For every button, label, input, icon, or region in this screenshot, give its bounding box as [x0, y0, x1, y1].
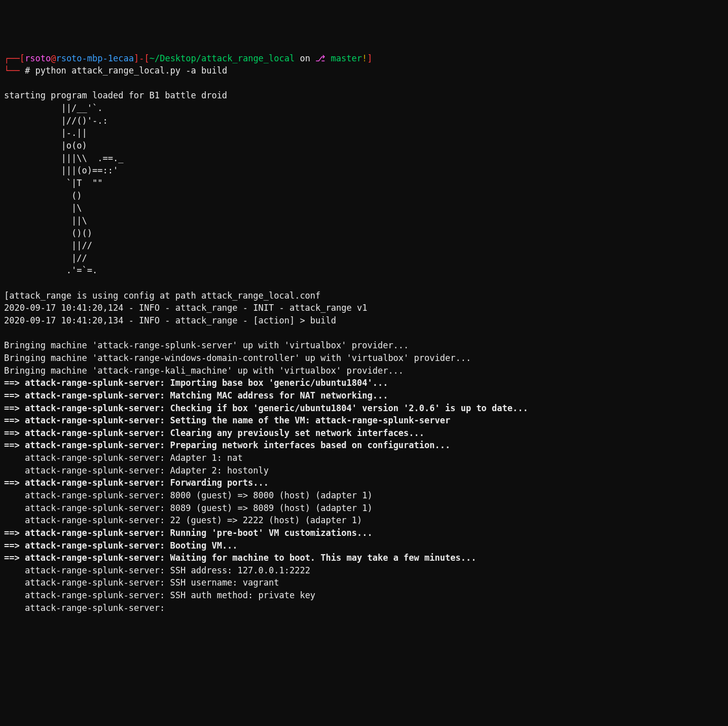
- vagrant-status-line: attack-range-splunk-server: Clearing any…: [25, 428, 424, 438]
- ascii-art-line: ||//: [4, 240, 92, 250]
- log-line: 2020-09-17 10:41:20,124 - INFO - attack_…: [4, 303, 367, 313]
- vagrant-status-line: attack-range-splunk-server: Setting the …: [25, 415, 450, 425]
- git-branch: master: [325, 53, 362, 63]
- vagrant-arrow: ==>: [4, 440, 25, 450]
- vagrant-detail-line: [4, 577, 25, 588]
- vagrant-detail-text: attack-range-splunk-server: Adapter 2: h…: [25, 465, 269, 476]
- vagrant-status-line: attack-range-splunk-server: Forwarding p…: [25, 478, 269, 488]
- log-line: 2020-09-17 10:41:20,134 - INFO - attack_…: [4, 315, 336, 325]
- ascii-art-line: ||/__'`.: [4, 103, 102, 113]
- vagrant-status-line: attack-range-splunk-server: Importing ba…: [25, 378, 388, 388]
- vagrant-status-line: attack-range-splunk-server: Running 'pre…: [25, 528, 373, 538]
- ascii-art-line: `|T "": [4, 178, 102, 188]
- vagrant-detail-text: attack-range-splunk-server: SSH auth met…: [25, 590, 315, 600]
- log-line: Bringing machine 'attack-range-splunk-se…: [4, 340, 409, 350]
- ascii-art-line: ()(): [4, 228, 92, 238]
- vagrant-detail-text: attack-range-splunk-server: SSH address:…: [25, 565, 310, 575]
- prompt-path: ~/Desktop/attack_range_local: [150, 53, 295, 63]
- prompt-host: rsoto-mbp-1ecaa: [56, 53, 134, 63]
- vagrant-status-line: attack-range-splunk-server: Preparing ne…: [25, 440, 450, 450]
- vagrant-arrow: ==>: [4, 528, 25, 538]
- prompt-hash: #: [20, 65, 35, 76]
- vagrant-detail-line: [4, 590, 25, 600]
- prompt-bracket: ]: [367, 53, 372, 63]
- prompt-bracket: [: [144, 53, 149, 63]
- ascii-art-line: |o(o): [4, 140, 87, 151]
- vagrant-detail-line: [4, 503, 25, 513]
- ascii-art-line: |||(o)==::': [4, 165, 118, 175]
- vagrant-arrow: ==>: [4, 553, 25, 563]
- prompt-user: rsoto: [25, 53, 51, 63]
- git-branch-icon: ⎇: [315, 53, 325, 63]
- git-dirty-icon: !: [362, 53, 367, 63]
- vagrant-arrow: ==>: [4, 428, 25, 438]
- log-line: Bringing machine 'attack-range-windows-d…: [4, 353, 471, 363]
- ascii-art-line: |\: [4, 203, 82, 213]
- vagrant-status-line: attack-range-splunk-server: Waiting for …: [25, 553, 476, 563]
- vagrant-detail-text: attack-range-splunk-server: 8089 (guest)…: [25, 503, 373, 513]
- vagrant-detail-text: attack-range-splunk-server:: [25, 603, 170, 613]
- vagrant-detail-text: attack-range-splunk-server: SSH username…: [25, 577, 279, 588]
- terminal-output: ┌──[rsoto@rsoto-mbp-1ecaa]-[~/Desktop/at…: [4, 52, 724, 614]
- prompt-sep: -: [139, 53, 144, 63]
- vagrant-detail-line: [4, 515, 25, 525]
- vagrant-detail-line: [4, 453, 25, 463]
- vagrant-detail-text: attack-range-splunk-server: 22 (guest) =…: [25, 515, 362, 525]
- ascii-art-line: ||\: [4, 215, 87, 226]
- vagrant-arrow: ==>: [4, 478, 25, 488]
- ascii-art-line: |||\\ .==._: [4, 153, 123, 163]
- prompt-at: @: [51, 53, 56, 63]
- vagrant-arrow: ==>: [4, 403, 25, 413]
- vagrant-status-line: attack-range-splunk-server: Checking if …: [25, 403, 528, 413]
- prompt-corner-bottom: └──: [4, 65, 20, 76]
- ascii-art-line: |//()'-.:: [4, 116, 108, 126]
- prompt-bracket: ]: [134, 53, 139, 63]
- vagrant-detail-line: [4, 603, 25, 613]
- vagrant-arrow: ==>: [4, 390, 25, 401]
- vagrant-arrow: ==>: [4, 378, 25, 388]
- prompt-on: on: [295, 53, 315, 63]
- command-text: python attack_range_local.py -a build: [35, 65, 227, 76]
- vagrant-detail-line: [4, 490, 25, 500]
- program-header: starting program loaded for B1 battle dr…: [4, 90, 227, 100]
- ascii-art-line: .'=`=.: [4, 265, 97, 275]
- log-line: [attack_range is using config at path at…: [4, 291, 320, 301]
- ascii-art-line: (): [4, 191, 82, 201]
- ascii-art-line: |//: [4, 253, 87, 263]
- vagrant-status-line: attack-range-splunk-server: Booting VM..…: [25, 540, 238, 551]
- vagrant-status-line: attack-range-splunk-server: Matching MAC…: [25, 390, 388, 401]
- vagrant-arrow: ==>: [4, 540, 25, 551]
- prompt-corner-top: ┌──: [4, 53, 20, 63]
- vagrant-detail-text: attack-range-splunk-server: 8000 (guest)…: [25, 490, 373, 500]
- log-line: Bringing machine 'attack-range-kali_mach…: [4, 366, 404, 376]
- prompt-bracket: [: [20, 53, 25, 63]
- ascii-art-line: |-.||: [4, 128, 87, 138]
- vagrant-detail-text: attack-range-splunk-server: Adapter 1: n…: [25, 453, 243, 463]
- vagrant-arrow: ==>: [4, 415, 25, 425]
- vagrant-detail-line: [4, 565, 25, 575]
- vagrant-detail-line: [4, 465, 25, 476]
